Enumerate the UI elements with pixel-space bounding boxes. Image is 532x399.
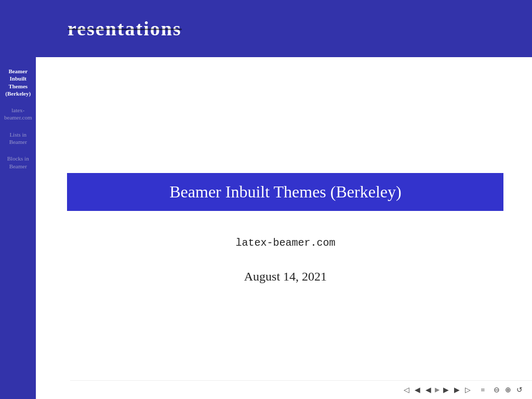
slide-subtitle: latex-beamer.com	[235, 237, 335, 249]
nav-first-icon[interactable]: ◁	[402, 384, 411, 395]
sidebar-item-beamer-inbuilt-themes[interactable]: Beamer Inbuilt Themes (Berkeley)	[4, 68, 32, 97]
top-bar: resentations	[0, 0, 532, 57]
sidebar-item-blocks-in-beamer[interactable]: Blocks in Beamer	[4, 155, 32, 170]
nav-next-icon[interactable]: ▶	[442, 384, 450, 395]
nav-sep3	[488, 386, 490, 394]
nav-prev-frame-icon[interactable]: ◀	[413, 384, 422, 395]
slide-title: Beamer Inbuilt Themes (Berkeley)	[67, 173, 503, 211]
nav-sep1: ▶	[435, 386, 440, 394]
nav-zoom-out-icon[interactable]: ⊖	[492, 384, 501, 395]
slide-date: August 14, 2021	[244, 270, 327, 284]
nav-prev-icon[interactable]: ◀	[424, 384, 433, 395]
nav-refresh-icon[interactable]: ↺	[515, 384, 524, 395]
sidebar: Beamer Inbuilt Themes (Berkeley) latex-b…	[0, 57, 36, 399]
nav-zoom-in-icon[interactable]: ⊕	[503, 384, 513, 395]
top-bar-title: resentations	[68, 17, 182, 40]
bottom-navigation: ◁ ◀ ◀ ▶ ▶ ▶ ▷ ≡ ⊖ ⊕ ↺	[70, 380, 532, 399]
nav-last-icon[interactable]: ▷	[463, 384, 472, 395]
nav-sep2	[474, 386, 477, 394]
sidebar-item-latex-beamer[interactable]: latex-beamer.com	[4, 107, 32, 122]
sidebar-item-lists-in-beamer[interactable]: Lists in Beamer	[4, 131, 32, 146]
slide-content: Beamer Inbuilt Themes (Berkeley) latex-b…	[36, 57, 532, 399]
nav-next-frame-icon[interactable]: ▶	[453, 384, 461, 395]
main-layout: Beamer Inbuilt Themes (Berkeley) latex-b…	[0, 57, 532, 399]
nav-menu-icon[interactable]: ≡	[480, 385, 487, 395]
